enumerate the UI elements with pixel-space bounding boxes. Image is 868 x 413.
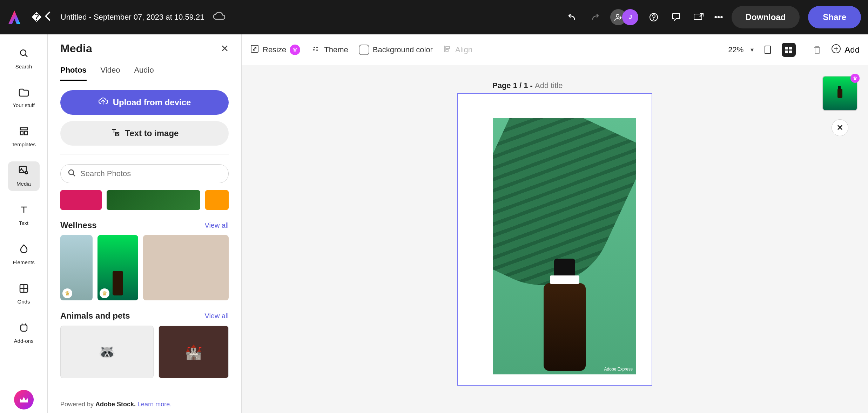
tab-video[interactable]: Video: [101, 62, 120, 81]
premium-badge-icon: ♛: [850, 74, 860, 83]
document-title[interactable]: Untitled - September 07, 2023 at 10.59.2…: [61, 13, 204, 22]
photo-thumb[interactable]: [107, 190, 200, 210]
elements-icon: [19, 244, 29, 257]
download-button[interactable]: Download: [732, 6, 800, 28]
upload-icon: [98, 97, 108, 108]
page-frame[interactable]: Adobe Express: [457, 93, 652, 386]
svg-rect-16: [785, 47, 788, 49]
align-icon: [443, 45, 452, 55]
text-to-image-button[interactable]: Text to image: [60, 121, 229, 146]
grids-icon: [19, 284, 29, 296]
media-panel: Media ✕ Photos Video Audio Upload from d…: [48, 34, 242, 413]
resize-icon: [250, 44, 259, 55]
canvas-image[interactable]: Adobe Express: [493, 118, 636, 374]
search-photos-field[interactable]: [60, 164, 229, 183]
user-avatar[interactable]: J: [622, 9, 638, 25]
zoom-level[interactable]: 22%: [728, 45, 743, 54]
rail-elements[interactable]: Elements: [8, 240, 40, 269]
premium-badge-icon: ♛: [290, 45, 300, 55]
cloud-sync-icon[interactable]: [213, 12, 226, 23]
section-title-wellness: Wellness: [60, 220, 97, 230]
premium-badge-icon: ♛: [62, 288, 72, 298]
rail-grids[interactable]: Grids: [8, 279, 40, 309]
svg-point-8: [69, 170, 74, 175]
photo-thumb[interactable]: [60, 190, 102, 210]
panel-title: Media: [60, 42, 92, 55]
photo-thumb[interactable]: ♛: [60, 235, 93, 300]
app-logo[interactable]: [7, 10, 22, 25]
svg-rect-15: [765, 46, 771, 54]
learn-more-link[interactable]: Learn more.: [137, 401, 171, 408]
chevron-down-icon[interactable]: ▾: [751, 46, 754, 54]
premium-badge-icon[interactable]: [14, 390, 34, 409]
svg-point-14: [316, 49, 318, 51]
photo-thumb[interactable]: [143, 235, 229, 300]
timeline-view-icon[interactable]: [782, 43, 796, 57]
search-icon: [68, 169, 76, 179]
left-rail: Search Your stuff Templates Media Text E…: [0, 34, 48, 413]
rail-your-stuff[interactable]: Your stuff: [8, 84, 40, 112]
page-view-icon[interactable]: [761, 43, 775, 57]
tab-photos[interactable]: Photos: [60, 62, 87, 81]
upload-button[interactable]: Upload from device: [60, 90, 229, 115]
view-all-wellness[interactable]: View all: [204, 221, 229, 229]
folder-icon: [19, 88, 29, 99]
search-photos-input[interactable]: [80, 169, 221, 178]
watermark: Adobe Express: [604, 367, 633, 372]
delete-page-icon[interactable]: [810, 43, 824, 57]
addons-icon: [19, 323, 29, 335]
canvas-area: Resize ♛ Theme Background color Align 22…: [242, 34, 868, 413]
align-button: Align: [443, 45, 472, 55]
close-panel-button[interactable]: ✕: [221, 43, 229, 54]
present-icon[interactable]: [692, 10, 706, 24]
media-icon: [19, 166, 29, 178]
page-label[interactable]: Page 1 / 1 - Add title: [492, 81, 563, 90]
comment-icon[interactable]: [669, 10, 683, 24]
back-button[interactable]: �: [32, 11, 51, 24]
svg-point-0: [616, 14, 619, 17]
svg-point-13: [313, 49, 315, 51]
pages-panel: ♛ ✕: [822, 76, 857, 136]
svg-rect-19: [789, 51, 792, 53]
close-pages-panel[interactable]: ✕: [832, 119, 848, 136]
rail-addons[interactable]: Add-ons: [8, 319, 40, 348]
rail-search[interactable]: Search: [8, 44, 40, 74]
theme-button[interactable]: Theme: [311, 44, 348, 56]
rail-media[interactable]: Media: [8, 161, 40, 191]
svg-rect-17: [789, 47, 792, 49]
photo-thumb[interactable]: ♛: [97, 235, 138, 300]
bg-color-swatch: [359, 45, 369, 55]
undo-button[interactable]: [565, 10, 579, 24]
tab-audio[interactable]: Audio: [134, 62, 154, 81]
rail-templates[interactable]: Templates: [8, 122, 40, 152]
canvas-body[interactable]: Page 1 / 1 - Add title Adobe Express ♛ ✕: [242, 65, 868, 413]
view-all-pets[interactable]: View all: [204, 312, 229, 320]
svg-rect-2: [694, 14, 702, 20]
svg-point-3: [20, 50, 26, 55]
photo-thumb[interactable]: 🦝: [60, 326, 154, 378]
canvas-toolbar: Resize ♛ Theme Background color Align 22…: [242, 34, 868, 65]
help-icon[interactable]: [647, 10, 661, 24]
premium-badge-icon: ♛: [100, 288, 109, 298]
collaborator-avatars[interactable]: J: [610, 9, 638, 25]
text-icon: [19, 205, 29, 217]
section-title-pets: Animals and pets: [60, 311, 130, 321]
add-page-button[interactable]: Add: [831, 44, 860, 56]
media-tabs: Photos Video Audio: [60, 62, 229, 81]
panel-footer: Powered by Adobe Stock. Learn more.: [60, 401, 171, 408]
more-options-icon[interactable]: •••: [714, 12, 723, 22]
page-thumbnail[interactable]: ♛: [822, 76, 857, 111]
text-to-image-icon: [110, 128, 120, 139]
redo-button[interactable]: [588, 10, 602, 24]
rail-text[interactable]: Text: [8, 201, 40, 230]
resize-button[interactable]: Resize ♛: [250, 44, 300, 55]
svg-rect-18: [785, 51, 788, 53]
share-button[interactable]: Share: [808, 6, 861, 28]
app-topbar: � Untitled - September 07, 2023 at 10.59…: [0, 0, 868, 34]
background-color-button[interactable]: Background color: [359, 45, 433, 55]
svg-point-11: [314, 47, 315, 48]
theme-icon: [311, 44, 321, 56]
search-icon: [19, 48, 29, 61]
photo-thumb[interactable]: [205, 190, 229, 210]
photo-thumb[interactable]: 🏰: [159, 326, 229, 378]
